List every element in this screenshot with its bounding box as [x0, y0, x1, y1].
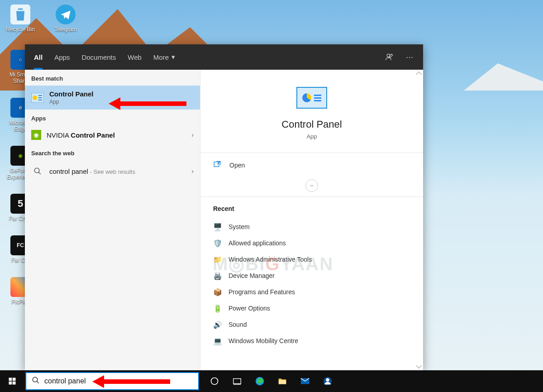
result-control-panel[interactable]: Control Panel App: [25, 86, 200, 110]
detail-subtitle: App: [210, 133, 414, 140]
tab-apps[interactable]: Apps: [54, 44, 70, 70]
svg-point-2: [33, 96, 37, 100]
svg-rect-3: [38, 95, 42, 96]
result-title: NVIDIA Control Panel: [47, 131, 186, 139]
programs-icon: 📦: [213, 287, 222, 296]
svg-line-14: [37, 381, 39, 383]
result-title: Control Panel: [49, 90, 194, 98]
result-title: control panel - See web results: [49, 167, 186, 175]
tab-web[interactable]: Web: [128, 44, 142, 70]
tab-more[interactable]: More ▾: [153, 44, 175, 70]
nvidia-icon: ◉: [31, 130, 41, 140]
scrollbar[interactable]: [415, 71, 422, 369]
search-icon: [31, 165, 44, 177]
results-pane: Best match Control Panel App Apps ◉ NVID…: [25, 70, 200, 370]
svg-rect-16: [233, 379, 241, 384]
tab-documents[interactable]: Documents: [81, 44, 116, 70]
section-best-match: Best match: [25, 70, 200, 86]
mobility-icon: 💻: [213, 336, 222, 345]
device-icon: 🖨️: [213, 271, 222, 280]
svg-rect-5: [38, 100, 42, 100]
taskbar-mail[interactable]: [294, 370, 316, 392]
search-input[interactable]: [44, 377, 193, 385]
folder-icon: 📁: [213, 255, 222, 264]
svg-rect-4: [38, 97, 42, 98]
search-header: All Apps Documents Web More ▾ ⋯: [25, 44, 423, 70]
svg-point-0: [387, 54, 390, 57]
detail-title: Control Panel: [210, 119, 414, 130]
action-label: Open: [229, 162, 245, 169]
desktop-icon-telegram[interactable]: Telegram: [50, 5, 81, 33]
svg-point-15: [211, 378, 218, 385]
svg-rect-11: [9, 382, 12, 385]
result-subtitle: App: [49, 99, 194, 105]
control-panel-icon: [296, 87, 327, 109]
section-apps: Apps: [25, 110, 200, 125]
feedback-icon[interactable]: [385, 53, 394, 62]
recycle-bin-icon: [10, 5, 30, 24]
svg-point-6: [34, 168, 39, 173]
open-icon: [213, 160, 222, 170]
telegram-icon: [56, 5, 76, 24]
desktop-icon-recycle-bin[interactable]: Recycle Bin: [5, 5, 36, 33]
taskbar-edge[interactable]: [249, 370, 271, 392]
svg-rect-8: [214, 162, 219, 167]
recent-item-admin-tools[interactable]: 📁 Windows Administrative Tools: [213, 251, 410, 268]
svg-rect-9: [9, 378, 12, 381]
chevron-right-icon: ›: [191, 167, 194, 175]
desktop-background: Recycle Bin Telegram ○Mi Smart Share eMi…: [0, 0, 543, 392]
svg-point-13: [33, 377, 38, 382]
svg-line-7: [38, 172, 41, 174]
svg-rect-10: [13, 378, 16, 381]
recent-item-device-manager[interactable]: 🖨️ Device Manager: [213, 268, 410, 284]
result-web-search[interactable]: control panel - See web results ›: [25, 160, 200, 182]
section-web: Search the web: [25, 144, 200, 160]
result-nvidia-control-panel[interactable]: ◉ NVIDIA Control Panel ›: [25, 125, 200, 144]
action-open[interactable]: Open: [200, 153, 423, 177]
power-icon: 🔋: [213, 304, 222, 313]
expand-actions-button[interactable]: [305, 179, 318, 192]
recent-label: Recent: [213, 205, 410, 212]
search-icon: [32, 376, 40, 386]
taskbar-account[interactable]: [317, 370, 338, 392]
taskbar-search-box[interactable]: [25, 372, 199, 390]
start-button[interactable]: [0, 370, 24, 392]
start-search-panel: All Apps Documents Web More ▾ ⋯ Best mat…: [25, 44, 423, 370]
svg-rect-19: [279, 380, 286, 384]
shield-icon: 🛡️: [213, 239, 222, 248]
desktop-icon-label: Recycle Bin: [5, 26, 36, 33]
sound-icon: 🔊: [213, 320, 222, 329]
svg-point-22: [326, 378, 329, 382]
cortana-button[interactable]: [204, 370, 225, 392]
recent-item-power[interactable]: 🔋 Power Options: [213, 300, 410, 316]
taskbar: [0, 370, 543, 392]
detail-pane: Control Panel App Open: [200, 70, 423, 370]
chevron-right-icon: ›: [191, 131, 194, 139]
recent-item-programs[interactable]: 📦 Programs and Features: [213, 284, 410, 300]
recent-item-system[interactable]: 🖥️ System: [213, 219, 410, 235]
system-icon: 🖥️: [213, 222, 222, 231]
more-options-icon[interactable]: ⋯: [405, 53, 414, 62]
control-panel-icon: [31, 91, 44, 104]
recent-item-sound[interactable]: 🔊 Sound: [213, 316, 410, 333]
svg-rect-12: [13, 382, 16, 385]
chevron-down-icon: ▾: [171, 53, 175, 61]
recent-item-mobility[interactable]: 💻 Windows Mobility Centre: [213, 333, 410, 349]
tab-all[interactable]: All: [34, 44, 43, 70]
recent-item-allowed-apps[interactable]: 🛡️ Allowed applications: [213, 235, 410, 251]
taskbar-file-explorer[interactable]: [272, 370, 293, 392]
task-view-button[interactable]: [226, 370, 248, 392]
desktop-icon-label: Telegram: [50, 26, 81, 33]
